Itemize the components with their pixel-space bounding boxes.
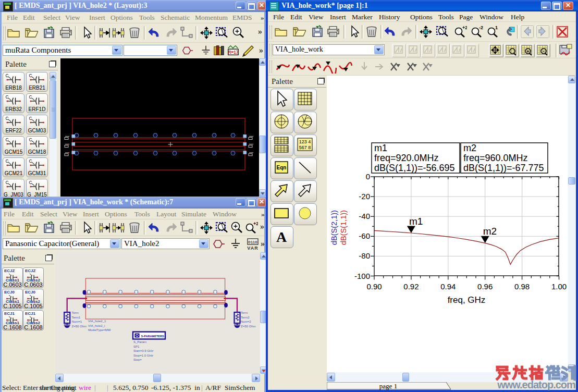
svg-text:m2: m2	[463, 143, 476, 153]
svg-text:+: +	[526, 49, 529, 54]
svg-text:0: 0	[366, 172, 370, 181]
svg-text:0.92: 0.92	[403, 282, 419, 291]
svg-text:Z=50 Ohm: Z=50 Ohm	[72, 325, 87, 328]
svg-text:0.94: 0.94	[440, 282, 456, 291]
svg-text:VAR: VAR	[247, 246, 258, 251]
svg-text:Step=: Step=	[133, 358, 142, 361]
svg-text:Num=1: Num=1	[72, 320, 82, 323]
svg-text:-60: -60	[359, 231, 370, 240]
svg-text:freq=920.0MHz: freq=920.0MHz	[374, 153, 439, 163]
svg-text:m2: m2	[483, 226, 497, 237]
svg-text:-: -	[543, 48, 545, 54]
svg-text:Term: Term	[72, 311, 79, 314]
svg-text:1: 1	[495, 25, 498, 30]
svg-text:C: C	[6, 73, 9, 78]
svg-text:1.00: 1.00	[551, 282, 567, 291]
svg-text:dB(S(1,1)): dB(S(1,1))	[339, 210, 348, 245]
svg-text:-100: -100	[354, 272, 370, 280]
svg-text:C: C	[29, 137, 32, 142]
svg-text:SP1: SP1	[133, 345, 140, 348]
svg-text:dB(S(2,1)): dB(S(2,1))	[330, 210, 338, 245]
svg-text:C: C	[6, 137, 9, 142]
svg-text:page 1: page 1	[379, 382, 397, 390]
svg-text:+2: +2	[462, 25, 467, 30]
svg-text:Eqn: Eqn	[277, 165, 287, 170]
svg-text:C: C	[6, 180, 9, 185]
svg-text:-40: -40	[359, 212, 370, 220]
svg-text:R=17: R=17	[228, 50, 238, 55]
svg-text:m1: m1	[374, 143, 387, 153]
svg-text:m1: m1	[409, 216, 423, 227]
svg-text:C: C	[29, 158, 32, 164]
svg-text:VIA_hole2_1: VIA_hole2_1	[88, 320, 106, 323]
svg-text:C: C	[29, 94, 32, 100]
svg-text:0.98: 0.98	[514, 282, 530, 291]
svg-text:C: C	[6, 116, 9, 121]
svg-text:123 4: 123 4	[299, 139, 311, 144]
svg-text:Term2: Term2	[241, 316, 250, 319]
svg-text:C: C	[6, 158, 9, 164]
svg-text:freq=960.0MHz: freq=960.0MHz	[463, 153, 528, 163]
svg-text:-20: -20	[359, 192, 370, 201]
svg-text:ModelType=MW: ModelType=MW	[88, 328, 111, 332]
svg-text:-80: -80	[359, 251, 370, 260]
svg-text:dB(S(1,1))=-56.695: dB(S(1,1))=-56.695	[374, 163, 455, 173]
svg-text:-2: -2	[479, 25, 483, 30]
svg-text:freq, GHz: freq, GHz	[448, 295, 486, 305]
svg-text:VIA_hole2_i: VIA_hole2_i	[88, 324, 105, 327]
svg-text:Start=0.9 GHz: Start=0.9 GHz	[133, 349, 153, 352]
svg-text:S_Param: S_Param	[133, 340, 146, 344]
svg-text:S-PARAMETERS: S-PARAMETERS	[141, 335, 165, 338]
svg-text:0.90: 0.90	[366, 282, 382, 291]
svg-text:0110: 0110	[248, 240, 257, 244]
svg-text:Term1: Term1	[72, 316, 81, 319]
svg-text:C: C	[6, 94, 9, 100]
svg-text:C: C	[29, 180, 32, 185]
svg-text:C: C	[29, 116, 32, 121]
svg-text:Stop=1.0 GHz: Stop=1.0 GHz	[133, 354, 153, 357]
svg-text:A: A	[276, 229, 287, 245]
svg-text:Z=50 Ohm: Z=50 Ohm	[241, 325, 256, 328]
svg-text:Num=2: Num=2	[241, 320, 251, 323]
svg-text:567 8: 567 8	[299, 145, 311, 150]
svg-text:0.96: 0.96	[477, 282, 493, 291]
svg-text:+2: +2	[253, 221, 258, 226]
svg-text:dB(S(1,1))=-67.775: dB(S(1,1))=-67.775	[463, 163, 544, 173]
svg-text:C: C	[29, 73, 32, 78]
svg-text:Term: Term	[241, 311, 248, 314]
